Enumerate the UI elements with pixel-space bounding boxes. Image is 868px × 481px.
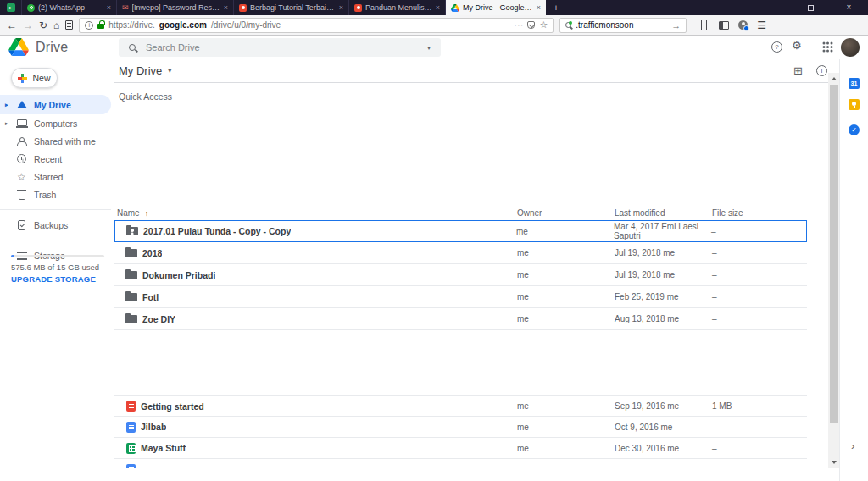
menu-icon[interactable]: ☰ [757, 20, 766, 30]
browser-search-field[interactable]: .trafficmonsoon → [559, 18, 687, 33]
lock-icon[interactable] [97, 24, 104, 29]
table-row-file[interactable]: Getting started me Sep 19, 2016 me 1 MB [114, 395, 807, 417]
scroll-down-icon[interactable] [832, 461, 837, 464]
table-row-file[interactable]: Maya Stuff me Dec 30, 2016 me – [114, 438, 807, 459]
item-modified: Sep 19, 2016 me [615, 401, 712, 411]
drive-sidebar: New ▸ My Drive ▸ Computers Shared with m… [0, 59, 114, 481]
tab-close-icon[interactable]: × [537, 3, 541, 12]
table-row-folder[interactable]: 2018 me Jul 19, 2018 me – [114, 242, 807, 264]
gear-icon[interactable]: ⚙ [792, 40, 802, 51]
drive-logo[interactable] [8, 38, 29, 56]
tasks-icon[interactable]: ✓ [849, 124, 860, 135]
table-row-folder[interactable]: Fotl me Feb 25, 2019 me – [114, 286, 807, 308]
minimize-button[interactable] [754, 0, 792, 15]
sidebar-item-backups[interactable]: Backups [0, 216, 111, 234]
plus-icon [18, 74, 27, 83]
pdf-file-icon [126, 401, 136, 412]
close-window-button[interactable]: × [830, 0, 868, 15]
sidebar-item-computers[interactable]: ▸ Computers [0, 114, 111, 132]
item-owner: me [517, 401, 615, 411]
sidebar-item-recent[interactable]: Recent [0, 150, 111, 168]
expand-side-panel-icon[interactable]: › [851, 440, 854, 451]
search-go-icon[interactable]: → [671, 20, 681, 30]
expand-icon[interactable]: ▸ [5, 120, 8, 126]
expand-icon[interactable]: ▸ [5, 102, 8, 108]
column-header-modified[interactable]: Last modified [615, 208, 712, 218]
help-icon[interactable]: ? [771, 41, 782, 53]
search-options-dropdown-icon[interactable]: ▾ [427, 44, 431, 52]
item-size: – [712, 444, 807, 453]
url-path: /drive/u/0/my-drive [211, 20, 281, 30]
tab-whatsapp[interactable]: (2) WhatsApp × [22, 0, 117, 15]
url-bar[interactable]: i https://drive.google.com/drive/u/0/my-… [79, 18, 554, 33]
back-button[interactable]: ← [7, 20, 17, 30]
item-name: Dokumen Pribadi [142, 270, 215, 280]
sidebar-item-label: My Drive [34, 100, 71, 110]
tab-close-icon[interactable]: × [436, 3, 440, 12]
pocket-icon[interactable] [527, 21, 535, 29]
info-icon[interactable]: i [816, 65, 827, 76]
tab-close-icon[interactable]: × [107, 3, 111, 12]
tab-title: Berbagi Tutorial Terbaikmu – In [250, 3, 336, 12]
item-owner: me [517, 270, 615, 279]
drive-search-bar[interactable]: Search Drive ▾ [119, 38, 441, 57]
breadcrumb-my-drive[interactable]: My Drive [119, 64, 162, 77]
column-label: Name [117, 208, 140, 218]
pinned-tab[interactable]: ▸ [0, 0, 22, 15]
calendar-icon[interactable]: 31 [849, 78, 860, 89]
table-row-folder-selected[interactable]: 2017.01 Pulau Tunda - Copy - Copy me Mar… [114, 220, 807, 242]
reload-button[interactable]: ↻ [39, 20, 47, 30]
bookmark-star-icon[interactable]: ☆ [539, 20, 548, 30]
search-icon [565, 22, 571, 28]
minimize-icon [770, 8, 776, 8]
column-header-size[interactable]: File size [712, 208, 807, 218]
column-header-owner[interactable]: Owner [517, 208, 615, 218]
upgrade-storage-link[interactable]: UPGRADE STORAGE [11, 274, 96, 284]
sidebar-item-my-drive[interactable]: ▸ My Drive [0, 95, 111, 114]
tab-my-drive-active[interactable]: My Drive - Google Drive × [446, 0, 546, 15]
storage-progress-bar [11, 255, 104, 257]
library-icon[interactable] [701, 20, 709, 30]
home-button[interactable]: ⌂ [53, 20, 59, 30]
new-tab-button[interactable]: + [546, 0, 566, 15]
sidebar-item-label: Backups [34, 220, 68, 230]
apps-grid-icon[interactable] [822, 41, 833, 53]
sidebar-item-trash[interactable]: Trash [0, 185, 111, 203]
scrollbar-thumb[interactable] [830, 85, 838, 423]
chevron-down-icon[interactable]: ▾ [168, 67, 171, 75]
table-row-folder[interactable]: Zoe DIY me Aug 13, 2018 me – [114, 308, 807, 330]
pages-icon[interactable] [65, 20, 73, 30]
sidebar-toggle-icon[interactable] [719, 21, 729, 30]
search-icon[interactable] [129, 44, 136, 51]
account-icon[interactable] [738, 20, 748, 30]
drive-tab-icon [451, 4, 459, 12]
tab-close-icon[interactable]: × [224, 3, 228, 12]
tab-panduan-menulis[interactable]: Panduan Menulis Tutorial di In × [349, 0, 446, 15]
scroll-up-icon[interactable] [832, 77, 837, 80]
item-owner: me [517, 314, 615, 323]
sidebar-item-starred[interactable]: ☆ Starred [0, 168, 111, 185]
item-name: 2018 [142, 248, 162, 258]
table-row-partial[interactable] [114, 459, 807, 468]
sidebar-nav: ▸ My Drive ▸ Computers Shared with me Re… [0, 95, 111, 264]
forward-button[interactable]: → [23, 20, 33, 30]
whatsapp-icon [27, 4, 35, 12]
sidebar-item-shared-with-me[interactable]: Shared with me [0, 132, 111, 150]
site-info-icon[interactable]: i [85, 21, 93, 30]
tab-inwepo-mail[interactable]: ✉ [Inwepo] Password Reset - cipt × [117, 0, 234, 15]
vertical-scrollbar[interactable] [828, 73, 839, 468]
avatar[interactable] [841, 38, 860, 57]
keep-icon[interactable] [849, 99, 860, 110]
tab-close-icon[interactable]: × [339, 3, 343, 12]
table-row-folder[interactable]: Dokumen Pribadi me Jul 19, 2018 me – [114, 264, 807, 286]
item-name: Getting started [141, 401, 204, 412]
sidebar-item-label: Trash [34, 190, 56, 200]
tab-berbagi-tutorial[interactable]: Berbagi Tutorial Terbaikmu – In × [234, 0, 349, 15]
sidebar-item-label: Starred [34, 172, 63, 182]
new-button[interactable]: New [11, 68, 58, 88]
page-actions-icon[interactable]: ⋯ [514, 19, 523, 30]
maximize-button[interactable] [792, 0, 830, 15]
grid-view-icon[interactable]: ⊞ [793, 65, 803, 76]
column-header-name[interactable]: Name ↑ [114, 208, 517, 218]
table-row-file[interactable]: Jilbab me Oct 9, 2016 me – [114, 417, 807, 438]
